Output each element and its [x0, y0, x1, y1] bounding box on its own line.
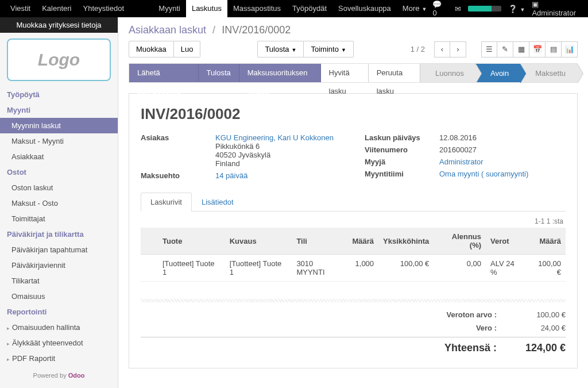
separator	[141, 299, 566, 302]
powered-by: Powered by Odoo	[0, 366, 118, 385]
form-view-icon[interactable]: ✎	[497, 41, 513, 57]
breadcrumb-current: INV/2016/0002	[222, 24, 291, 36]
cell-product: [Tuotteet] Tuote 1	[158, 255, 225, 282]
calendar-view-icon[interactable]: 📅	[529, 41, 546, 57]
section-tyopoyta[interactable]: Työpöytä	[0, 87, 118, 102]
refund-button[interactable]: Hyvitä lasku	[321, 64, 369, 82]
sidebar-item-yhteenvedot[interactable]: ▸Älykkäät yhteenvedot	[0, 335, 118, 351]
company-logo[interactable]: Logo	[7, 39, 111, 81]
main-content: Asiakkaan laskut / INV/2016/0002 Muokkaa…	[118, 17, 588, 388]
register-payment-button[interactable]: Maksusuorituksen kirjaus	[239, 64, 321, 82]
table-row[interactable]: [Tuotteet] Tuote 1 [Tuotteet] Tuote 1 30…	[141, 255, 566, 282]
action-dropdown[interactable]: Toiminto▼	[304, 41, 353, 57]
sidebar-item-maksut-myynti[interactable]: Maksut - Myynti	[0, 133, 118, 149]
kanban-view-icon[interactable]: ▦	[513, 41, 529, 57]
total-value: 124,00 €	[497, 342, 566, 354]
section-myynti[interactable]: Myynti	[0, 102, 118, 118]
invoice-lines-table: Tuote Kuvaus Tili Määrä Yksikköhinta Ale…	[141, 228, 566, 282]
nav-sovelluskauppa[interactable]: Sovelluskauppa	[332, 0, 397, 17]
send-email-button[interactable]: Lähetä sähköpostilla	[129, 64, 199, 82]
breadcrumb: Asiakkaan laskut / INV/2016/0002	[118, 17, 588, 41]
sidebar-item-asiakkaat[interactable]: Asiakkaat	[0, 149, 118, 164]
print-dropdown[interactable]: Tulosta▼	[257, 41, 304, 57]
team-link[interactable]: Oma myynti ( suoramyynti)	[439, 170, 566, 178]
pager-prev-button[interactable]: ‹	[434, 41, 450, 57]
create-button[interactable]: Luo	[174, 41, 201, 57]
nav-myynti[interactable]: Myynti	[153, 0, 186, 17]
edit-company-banner[interactable]: Muokkaa yrityksesi tietoja	[0, 17, 118, 33]
status-draft[interactable]: Luonnos	[420, 64, 475, 82]
chevron-right-icon: ▸	[7, 341, 10, 347]
sidebar-item-oston-laskut[interactable]: Oston laskut	[0, 180, 118, 195]
date-label: Laskun päiväys	[365, 133, 439, 142]
tab-invoice-lines[interactable]: Laskurivit	[141, 193, 192, 212]
th-amount: Määrä	[528, 228, 566, 255]
section-reportointi[interactable]: Reportointi	[0, 304, 118, 320]
th-qty: Määrä	[348, 228, 379, 255]
nav-crm[interactable]: Yhteystiedot (CRM)	[77, 0, 153, 17]
graph-view-icon[interactable]: 📊	[562, 41, 578, 57]
th-desc: Kuvaus	[225, 228, 292, 255]
customer-addr2: 40520 Jyväskylä	[215, 151, 342, 159]
nav-more[interactable]: More▼	[397, 0, 433, 17]
status-open[interactable]: Avoin	[475, 64, 520, 82]
sidebar-item-tapahtumat[interactable]: Päiväkirjan tapahtumat	[0, 242, 118, 258]
cell-amount: 100,00 €	[528, 255, 566, 282]
list-view-icon[interactable]: ☰	[481, 41, 497, 57]
cell-disc: 0,00	[434, 255, 486, 282]
chevron-right-icon: ▸	[7, 325, 10, 331]
sidebar-item-viennit[interactable]: Päiväkirjaviennit	[0, 258, 118, 273]
pivot-view-icon[interactable]: ▤	[546, 41, 562, 57]
invoice-title: INV/2016/0002	[141, 105, 566, 123]
customer-label: Asiakas	[141, 133, 215, 168]
seller-label: Myyjä	[365, 157, 439, 166]
sidebar-item-omaisuuden-hallinta[interactable]: ▸Omaisuuden hallinta	[0, 320, 118, 335]
toolbar: Muokkaa Luo Tulosta▼ Toiminto▼ 1 / 2 ‹ ›…	[118, 41, 588, 63]
print-invoice-button[interactable]: Tulosta	[199, 64, 239, 82]
th-product: Tuote	[158, 228, 225, 255]
status-paid[interactable]: Maksettu	[520, 64, 577, 82]
cell-tax: ALV 24 %	[486, 255, 527, 282]
breadcrumb-root[interactable]: Asiakkaan laskut	[129, 24, 206, 36]
pager-next-button[interactable]: ›	[450, 41, 466, 57]
sidebar-item-pdf-raportit[interactable]: ▸PDF Raportit	[0, 351, 118, 366]
odoo-link[interactable]: Odoo	[68, 372, 85, 379]
nav-massapostitus[interactable]: Massapostitus	[227, 0, 287, 17]
edit-button[interactable]: Muokkaa	[129, 41, 174, 57]
sidebar-item-tilikartat[interactable]: Tilikartat	[0, 273, 118, 289]
payment-term-link[interactable]: 14 päivää	[215, 171, 342, 180]
seller-link[interactable]: Administrator	[439, 157, 566, 166]
th-discount: Alennus (%)	[434, 228, 486, 255]
nav-viestit[interactable]: Viestit	[5, 0, 36, 17]
nav-laskutus[interactable]: Laskutus	[186, 0, 227, 17]
tab-extra-info[interactable]: Lisätiedot	[192, 193, 243, 212]
cancel-invoice-button[interactable]: Peruuta lasku	[369, 64, 420, 82]
help-icon[interactable]: ❔▼	[508, 5, 525, 13]
th-account: Tili	[292, 228, 347, 255]
range-info: 1-1 1 :sta	[141, 212, 566, 228]
untaxed-label: Veroton arvo :	[393, 310, 497, 319]
tax-label: Vero :	[393, 324, 497, 332]
mail-icon[interactable]: ✉	[455, 5, 461, 13]
messages-icon[interactable]: 💬 0	[432, 0, 447, 17]
pager-text: 1 / 2	[411, 45, 425, 53]
sidebar-item-myynnin-laskut[interactable]: Myynnin laskut	[0, 118, 118, 133]
tax-value: 24,00 €	[497, 324, 566, 332]
cell-price: 100,00 €	[378, 255, 434, 282]
th-handle	[141, 228, 158, 255]
section-ostot[interactable]: Ostot	[0, 164, 118, 180]
sidebar-item-omaisuus[interactable]: Omaisuus	[0, 289, 118, 304]
nav-tyopoydat[interactable]: Työpöydät	[287, 0, 332, 17]
sidebar-item-toimittajat[interactable]: Toimittajat	[0, 211, 118, 226]
th-price: Yksikköhinta	[378, 228, 434, 255]
sidebar-item-maksut-osto[interactable]: Maksut - Osto	[0, 195, 118, 211]
payment-term-label: Maksuehto	[141, 171, 215, 180]
team-label: Myyntitiimi	[365, 170, 439, 178]
customer-link[interactable]: KGU Engineering, Kari U Kokkonen	[215, 133, 342, 142]
nav-kalenteri[interactable]: Kalenteri	[36, 0, 77, 17]
user-menu[interactable]: ▣ Administrator	[532, 0, 583, 17]
untaxed-value: 100,00 €	[497, 310, 566, 319]
section-paivakirjat[interactable]: Päiväkirjat ja tilikartta	[0, 226, 118, 242]
ref-label: Viitenumero	[365, 145, 439, 154]
th-tax: Verot	[486, 228, 527, 255]
